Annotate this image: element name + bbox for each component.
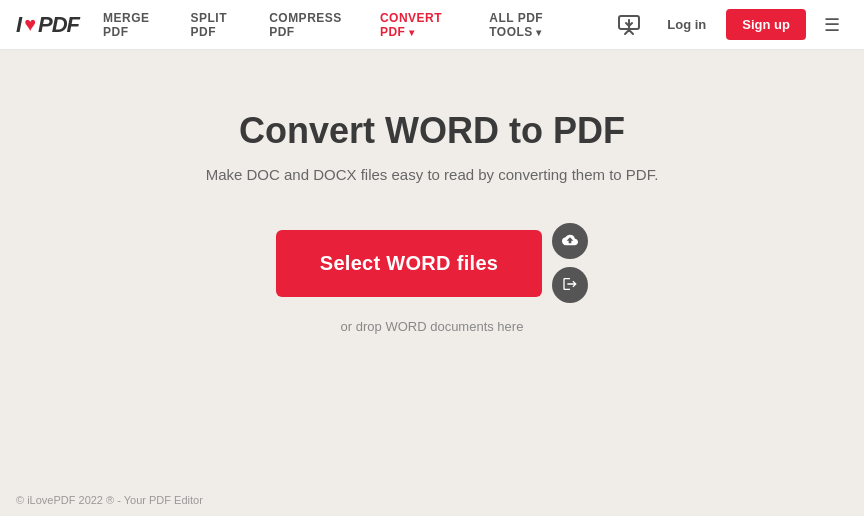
footer: © iLovePDF 2022 ® - Your PDF Editor [0,484,864,516]
logo-i: I [16,12,21,38]
download-app-button[interactable] [611,7,647,43]
page-title: Convert WORD to PDF [239,110,625,152]
nav-split-pdf[interactable]: SPLIT PDF [191,11,250,39]
url-upload-icon [562,276,578,295]
upload-icons-group [552,223,588,303]
hamburger-menu-button[interactable]: ☰ [816,10,848,40]
nav-convert-pdf[interactable]: CONVERT PDF [380,11,469,39]
upload-from-cloud-button[interactable] [552,223,588,259]
page-subtitle: Make DOC and DOCX files easy to read by … [206,166,659,183]
copyright-text: © iLovePDF 2022 ® - Your PDF Editor [16,494,203,506]
logo[interactable]: I♥PDF [16,12,79,38]
select-word-files-button[interactable]: Select WORD files [276,230,542,297]
main-content: Convert WORD to PDF Make DOC and DOCX fi… [0,50,864,334]
drop-text: or drop WORD documents here [341,319,524,334]
logo-heart-icon: ♥ [24,13,35,36]
upload-from-url-button[interactable] [552,267,588,303]
nav-merge-pdf[interactable]: MERGE PDF [103,11,171,39]
logo-pdf: PDF [38,12,79,38]
nav-compress-pdf[interactable]: COMPRESS PDF [269,11,360,39]
monitor-download-icon [617,13,641,37]
navbar: I♥PDF MERGE PDF SPLIT PDF COMPRESS PDF C… [0,0,864,50]
login-button[interactable]: Log in [657,11,716,38]
upload-area: Select WORD files [276,223,588,303]
cloud-upload-icon [562,232,578,251]
nav-links: MERGE PDF SPLIT PDF COMPRESS PDF CONVERT… [103,11,587,39]
signup-button[interactable]: Sign up [726,9,806,40]
nav-right: Log in Sign up ☰ [611,7,848,43]
nav-all-pdf-tools[interactable]: ALL PDF TOOLS [489,11,587,39]
